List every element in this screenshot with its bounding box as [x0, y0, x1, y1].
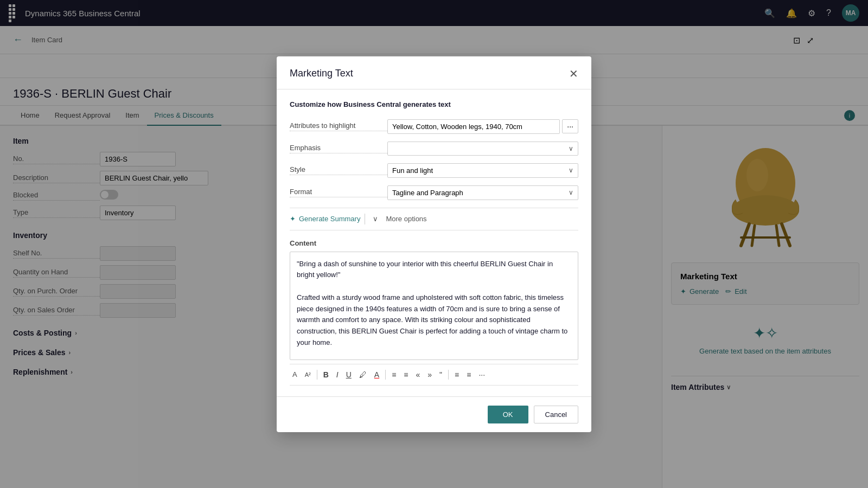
bold-button[interactable]: B	[321, 369, 331, 381]
more-tb-button[interactable]: ···	[476, 369, 488, 381]
list-button[interactable]: ≡	[401, 369, 411, 381]
form-row-format: Format Tagline and Paragraph ∨	[290, 185, 578, 200]
modal-footer: OK Cancel	[277, 396, 591, 432]
content-textarea[interactable]: "Bring a dash of sunshine to your interi…	[290, 252, 578, 360]
indent-right-button[interactable]: »	[425, 369, 435, 381]
underline-button[interactable]: U	[343, 369, 354, 381]
style-value: Fun and light	[392, 166, 569, 175]
emphasis-select[interactable]: ∨	[387, 142, 578, 156]
modal-subtitle: Customize how Business Central generates…	[290, 100, 578, 108]
format-dropdown-icon: ∨	[569, 189, 573, 196]
attributes-label: Attributes to highlight	[290, 121, 387, 131]
format-control: Tagline and Paragraph ∨	[387, 185, 578, 200]
attributes-control: ···	[387, 119, 578, 134]
content-label: Content	[290, 239, 578, 247]
form-row-attributes: Attributes to highlight ···	[290, 119, 578, 134]
indent-left-button[interactable]: «	[413, 369, 423, 381]
font-size-button[interactable]: A	[290, 369, 300, 380]
italic-button[interactable]: I	[334, 369, 341, 381]
emphasis-dropdown-icon: ∨	[569, 145, 573, 152]
align-right-button[interactable]: ≡	[464, 369, 474, 381]
tb-divider-2	[385, 370, 386, 380]
style-dropdown-icon: ∨	[569, 166, 573, 174]
generate-summary-label: Generate Summary	[299, 215, 360, 223]
gen-dropdown-button[interactable]: ∨	[369, 214, 381, 224]
tb-divider-3	[448, 370, 449, 380]
quote-button[interactable]: "	[437, 369, 445, 381]
highlight-button[interactable]: 🖊	[356, 369, 369, 381]
generate-summary-button[interactable]: ✦ Generate Summary	[290, 215, 360, 223]
ok-button[interactable]: OK	[488, 406, 528, 423]
attributes-input[interactable]	[387, 119, 560, 134]
font-color-button[interactable]: A	[372, 369, 382, 381]
modal-title: Marketing Text	[290, 68, 353, 79]
gen-sparkle-icon: ✦	[290, 215, 296, 223]
style-control: Fun and light ∨	[387, 163, 578, 178]
attributes-dots-button[interactable]: ···	[562, 119, 578, 133]
cancel-button[interactable]: Cancel	[534, 406, 578, 423]
modal-overlay: Marketing Text ✕ Customize how Business …	[0, 0, 868, 488]
text-formatting-toolbar: A A² B I U 🖊 A ≡ ≡ « » " ≡ ≡ ···	[290, 364, 578, 386]
format-label: Format	[290, 188, 387, 197]
form-row-emphasis: Emphasis ∨	[290, 142, 578, 156]
modal-close-button[interactable]: ✕	[569, 67, 578, 80]
style-select[interactable]: Fun and light ∨	[387, 163, 578, 178]
gen-divider	[365, 214, 365, 224]
tb-divider-1	[317, 370, 317, 380]
format-select[interactable]: Tagline and Paragraph ∨	[387, 185, 578, 200]
emphasis-control: ∨	[387, 142, 578, 156]
form-row-style: Style Fun and light ∨	[290, 163, 578, 178]
font-size-super-button[interactable]: A²	[302, 370, 314, 380]
more-options-button[interactable]: More options	[386, 215, 426, 223]
marketing-text-modal: Marketing Text ✕ Customize how Business …	[277, 56, 591, 432]
align-center-button[interactable]: ≡	[452, 369, 462, 381]
align-left-button[interactable]: ≡	[389, 369, 399, 381]
emphasis-label: Emphasis	[290, 144, 387, 153]
modal-body: Customize how Business Central generates…	[277, 89, 591, 396]
style-label: Style	[290, 165, 387, 175]
format-value: Tagline and Paragraph	[392, 189, 569, 197]
generate-summary-section: ✦ Generate Summary ∨ More options	[290, 208, 578, 230]
modal-header: Marketing Text ✕	[277, 56, 591, 89]
